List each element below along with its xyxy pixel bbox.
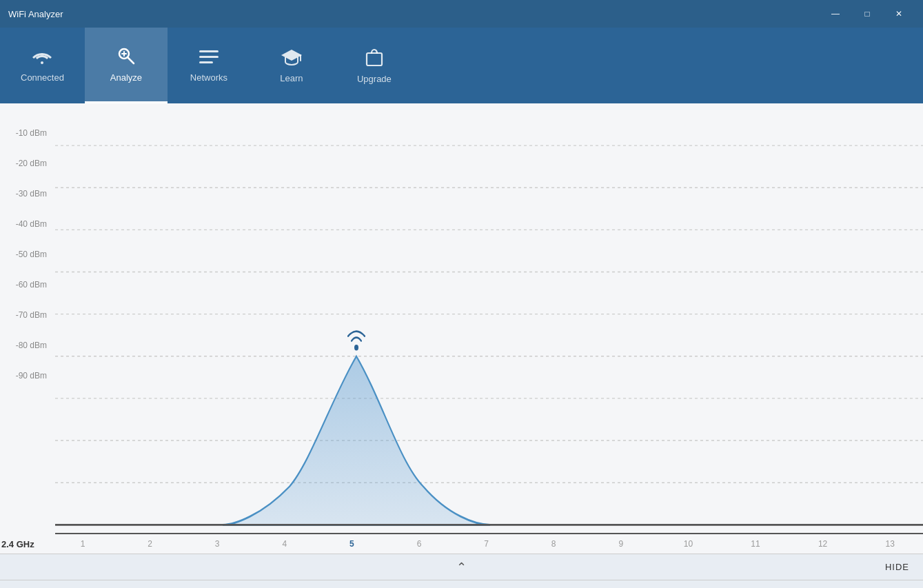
nav-label-learn: Learn <box>280 73 303 83</box>
learn-icon <box>281 48 302 69</box>
nav-item-analyze[interactable]: Analyze <box>85 28 168 103</box>
nav-label-analyze: Analyze <box>110 72 142 83</box>
hide-button[interactable]: HIDE <box>885 562 909 572</box>
collapse-row: ⌃ HIDE <box>0 554 923 580</box>
dbm-label-70: -70 dBm <box>16 310 47 320</box>
upgrade-icon <box>365 48 383 70</box>
analyze-icon <box>116 46 136 68</box>
ch-label-1: 1 <box>81 539 85 549</box>
svg-rect-9 <box>367 53 382 65</box>
nav-item-connected[interactable]: Connected <box>0 28 85 103</box>
networks-icon <box>199 49 219 68</box>
ch-label-3: 3 <box>215 539 220 549</box>
signal-graph <box>0 103 923 554</box>
ch-label-7: 7 <box>484 539 489 549</box>
wifi-icon <box>32 49 52 68</box>
ch-label-9: 9 <box>618 539 623 549</box>
frequency-label: 2.4 GHz <box>1 539 34 549</box>
collapse-arrow[interactable]: ⌃ <box>456 560 467 575</box>
nav-item-networks[interactable]: Networks <box>168 28 250 103</box>
ch-label-12: 12 <box>818 539 827 549</box>
dbm-label-90: -90 dBm <box>16 371 47 381</box>
nav-item-upgrade[interactable]: Upgrade <box>333 28 416 103</box>
graph-area: -10 dBm -20 dBm -30 dBm -40 dBm -50 dBm … <box>0 103 923 554</box>
navbar: Connected Analyze Networks <box>0 28 923 103</box>
dbm-label-10: -10 dBm <box>16 128 47 138</box>
svg-line-1 <box>128 58 134 64</box>
ch-label-10: 10 <box>684 539 693 549</box>
ch-label-13: 13 <box>886 539 895 549</box>
nav-label-connected: Connected <box>21 72 64 83</box>
minimize-button[interactable]: — <box>820 3 851 25</box>
dbm-label-40: -40 dBm <box>16 219 47 229</box>
ch-label-2: 2 <box>148 539 152 549</box>
svg-rect-5 <box>199 56 219 58</box>
svg-marker-7 <box>281 50 302 61</box>
dbm-axis: -10 dBm -20 dBm -30 dBm -40 dBm -50 dBm … <box>0 103 55 554</box>
recommendation-panel: RECOMMENDATION CH 5 ★★★★★★★★★★ $ ↗ SIMFC <box>0 580 923 588</box>
window-controls: — □ ✕ <box>820 3 915 25</box>
ch-label-5: 5 <box>349 539 354 549</box>
close-button[interactable]: ✕ <box>883 3 915 25</box>
ch-label-8: 8 <box>551 539 556 549</box>
nav-item-learn[interactable]: Learn <box>250 28 333 103</box>
svg-point-19 <box>354 345 358 350</box>
maximize-button[interactable]: □ <box>851 3 883 25</box>
svg-rect-4 <box>199 50 219 52</box>
ch-label-11: 11 <box>751 539 760 549</box>
nav-label-upgrade: Upgrade <box>357 74 392 84</box>
titlebar: WiFi Analyzer — □ ✕ <box>0 0 923 28</box>
ch-label-6: 6 <box>417 539 422 549</box>
channel-axis: 2.4 GHz 1 2 3 4 5 6 7 8 9 10 11 12 13 <box>55 533 923 554</box>
dbm-label-20: -20 dBm <box>16 159 47 168</box>
dbm-label-60: -60 dBm <box>16 280 47 290</box>
dbm-label-80: -80 dBm <box>16 341 47 350</box>
dbm-label-30: -30 dBm <box>16 189 47 199</box>
dbm-label-50: -50 dBm <box>16 250 47 259</box>
main-content: -10 dBm -20 dBm -30 dBm -40 dBm -50 dBm … <box>0 103 923 554</box>
svg-rect-6 <box>199 61 213 63</box>
app-title: WiFi Analyzer <box>8 9 63 19</box>
ch-label-4: 4 <box>282 539 287 549</box>
nav-label-networks: Networks <box>190 72 227 83</box>
